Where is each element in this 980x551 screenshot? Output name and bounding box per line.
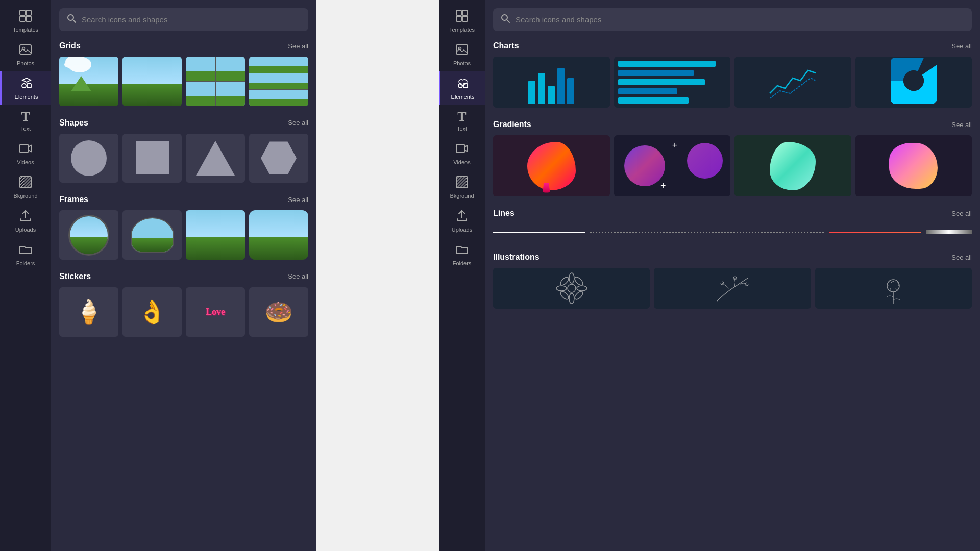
shape-circle-item[interactable]	[59, 134, 118, 183]
left-search-icon	[66, 13, 77, 26]
grid-item-3[interactable]	[186, 57, 245, 106]
shape-square-item[interactable]	[122, 134, 182, 183]
sidebar-item-text[interactable]: T Text	[0, 105, 51, 137]
sticker-donut[interactable]: 🍩	[249, 287, 308, 337]
illustrations-see-all[interactable]: See all	[951, 254, 972, 261]
sidebar-item-background[interactable]: Bkground	[0, 170, 51, 204]
svg-point-6	[22, 84, 26, 88]
left-search-input[interactable]	[82, 15, 301, 24]
sidebar-item-photos[interactable]: Photos	[0, 38, 51, 71]
shape-triangle-item[interactable]	[186, 134, 245, 183]
gradient-item-4[interactable]	[855, 135, 972, 196]
charts-title: Charts	[493, 41, 519, 51]
right-photos-icon	[455, 43, 469, 58]
right-sidebar-item-templates[interactable]: Templates	[439, 4, 485, 38]
lines-title: Lines	[493, 209, 514, 218]
right-sidebar-item-text[interactable]: T Text	[439, 105, 485, 137]
chart-line[interactable]	[734, 57, 851, 108]
left-content: Grids See all	[51, 0, 316, 551]
gradients-title: Gradients	[493, 120, 531, 129]
charts-grid	[493, 57, 972, 108]
right-sidebar-item-photos[interactable]: Photos	[439, 38, 485, 71]
gradient-item-3[interactable]	[734, 135, 851, 196]
svg-point-40	[569, 293, 574, 304]
frame-circle-item[interactable]	[59, 210, 118, 260]
sidebar-text-label: Text	[20, 126, 31, 132]
sticker-icecream[interactable]: 🍦	[59, 287, 118, 337]
sidebar-folders-label: Folders	[16, 260, 35, 266]
svg-rect-22	[456, 45, 468, 54]
gradients-section: Gradients See all + +	[493, 120, 972, 196]
sidebar-item-elements[interactable]: Elements	[0, 71, 51, 105]
illus-branch[interactable]	[654, 268, 811, 309]
bar-2	[538, 73, 545, 104]
rose-svg	[875, 270, 911, 306]
svg-rect-2	[20, 16, 25, 21]
bar-5	[567, 78, 574, 104]
right-search-input[interactable]	[516, 15, 965, 24]
frame-rounded-item[interactable]	[249, 210, 308, 260]
line-solid-item[interactable]	[493, 230, 972, 234]
shapes-title: Shapes	[59, 118, 88, 128]
chart-bar[interactable]	[493, 57, 610, 108]
uploads-icon	[19, 209, 32, 224]
right-sidebar-item-uploads[interactable]: Uploads	[439, 204, 485, 238]
sidebar-item-uploads[interactable]: Uploads	[0, 204, 51, 238]
grids-header: Grids See all	[59, 41, 308, 51]
stickers-header: Stickers See all	[59, 272, 308, 281]
grid-item-4[interactable]	[249, 57, 308, 106]
chart-horizontal-bar[interactable]	[614, 57, 731, 108]
svg-line-13	[20, 177, 31, 188]
grid-item-1[interactable]	[59, 57, 118, 106]
right-text-icon: T	[457, 110, 466, 123]
grids-see-all[interactable]: See all	[288, 42, 308, 50]
elements-icon	[20, 77, 33, 92]
lines-see-all[interactable]: See all	[951, 210, 972, 217]
right-sidebar-templates-label: Templates	[449, 27, 475, 33]
grids-section: Grids See all	[59, 41, 308, 106]
sticker-hand[interactable]: 👌	[122, 287, 182, 337]
sidebar-templates-label: Templates	[13, 27, 38, 33]
svg-point-46	[559, 290, 570, 300]
gradients-see-all[interactable]: See all	[951, 121, 972, 129]
right-content: Charts See all	[485, 0, 980, 551]
center-canvas	[316, 0, 439, 551]
right-sidebar-item-background[interactable]: Bkground	[439, 170, 485, 204]
shapes-see-all[interactable]: See all	[288, 119, 308, 127]
illus-flower[interactable]	[493, 268, 650, 309]
stickers-see-all[interactable]: See all	[288, 272, 308, 280]
grid-item-2[interactable]	[122, 57, 182, 106]
sidebar-item-folders[interactable]: Folders	[0, 238, 51, 271]
illus-rose[interactable]	[815, 268, 972, 309]
left-panel: Templates Photos Elements	[0, 0, 316, 551]
charts-see-all[interactable]: See all	[951, 42, 972, 50]
sidebar-item-templates[interactable]: Templates	[0, 4, 51, 38]
sidebar-item-videos[interactable]: Videos	[0, 137, 51, 170]
right-search-bar[interactable]	[493, 8, 972, 31]
right-sidebar-videos-label: Videos	[453, 159, 470, 165]
right-uploads-icon	[455, 209, 469, 224]
frames-header: Frames See all	[59, 195, 308, 204]
illustrations-header: Illustrations See all	[493, 253, 972, 262]
left-search-bar[interactable]	[59, 8, 308, 31]
svg-rect-26	[456, 144, 464, 153]
svg-rect-1	[26, 10, 31, 15]
frame-cloud-item[interactable]	[122, 210, 182, 260]
shape-hexagon	[261, 141, 297, 174]
videos-icon	[19, 142, 32, 157]
chart-pie[interactable]	[855, 57, 972, 108]
mountain-1	[71, 76, 91, 91]
right-sidebar-item-videos[interactable]: Videos	[439, 137, 485, 170]
svg-point-42	[577, 286, 587, 291]
right-sidebar-item-elements[interactable]: Elements	[439, 71, 485, 105]
frames-see-all[interactable]: See all	[288, 196, 308, 204]
illustrations-section: Illustrations See all	[493, 253, 972, 309]
svg-rect-21	[462, 16, 468, 21]
frame-rect-item[interactable]	[186, 210, 245, 260]
shape-hexagon-item[interactable]	[249, 134, 308, 183]
right-sidebar-item-folders[interactable]: Folders	[439, 238, 485, 271]
gradient-item-2[interactable]: + +	[614, 135, 731, 196]
sticker-love[interactable]: Love	[186, 287, 245, 337]
gradient-item-1[interactable]	[493, 135, 610, 196]
right-sidebar-text-label: Text	[457, 126, 467, 132]
